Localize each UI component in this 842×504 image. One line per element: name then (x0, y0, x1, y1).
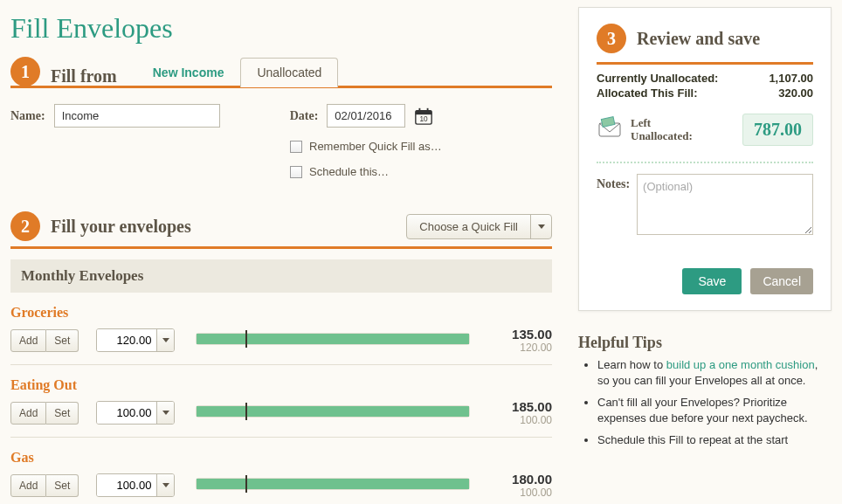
envelope-balance: 185.00 (491, 399, 552, 414)
step-2-badge: 2 (10, 211, 40, 241)
review-panel: 3 Review and save Currently Unallocated:… (578, 7, 832, 311)
notes-label: Notes: (597, 174, 630, 235)
envelope-icon (597, 116, 623, 144)
envelope-row: Gas Add Set 180.00 100.00 (10, 450, 552, 499)
set-button[interactable]: Set (46, 402, 79, 425)
amount-input[interactable] (97, 329, 156, 351)
add-button[interactable]: Add (10, 474, 46, 497)
set-button[interactable]: Set (46, 474, 79, 497)
left-unallocated-label-1: Left (631, 117, 693, 129)
envelope-bar (196, 333, 470, 349)
fill-from-tabs: New Income Unallocated (136, 57, 339, 86)
add-button[interactable]: Add (10, 329, 46, 352)
add-button[interactable]: Add (10, 402, 46, 425)
step-2-title: Fill your envelopes (51, 217, 191, 237)
envelope-row: Groceries Add Set 135.00 120.00 (10, 305, 552, 365)
envelope-prev: 120.00 (491, 342, 552, 354)
amount-input[interactable] (97, 474, 156, 496)
step-3-title: Review and save (637, 29, 760, 49)
schedule-label: Schedule this… (309, 165, 389, 178)
svg-rect-1 (416, 110, 431, 114)
remember-checkbox[interactable] (290, 141, 302, 153)
currently-unallocated-label: Currently Unallocated: (597, 72, 718, 85)
quick-fill-label: Choose a Quick Fill (407, 215, 530, 238)
name-input[interactable] (54, 104, 220, 128)
envelope-bar (196, 405, 470, 421)
remember-label: Remember Quick Fill as… (309, 140, 442, 153)
notes-textarea[interactable] (637, 174, 813, 235)
helpful-tips: Helpful Tips Learn how to build up a one… (578, 334, 832, 448)
tab-new-income[interactable]: New Income (136, 58, 241, 87)
tip-link[interactable]: build up a one month cushion (666, 358, 815, 371)
name-label: Name: (10, 109, 45, 123)
currently-unallocated-value: 1,107.00 (769, 72, 813, 85)
tip-item: Can't fill all your Envelopes? Prioritiz… (597, 395, 832, 425)
schedule-checkbox[interactable] (290, 166, 302, 178)
tip-item: Learn how to build up a one month cushio… (597, 357, 832, 388)
step-1-title: Fill from (51, 66, 117, 86)
envelope-row: Eating Out Add Set 185.00 100.00 (10, 377, 552, 438)
tips-header: Helpful Tips (578, 334, 832, 352)
envelope-bar (196, 478, 470, 494)
calendar-icon[interactable]: 10 (414, 107, 433, 126)
tab-unallocated[interactable]: Unallocated (240, 58, 338, 87)
amount-dropdown[interactable] (156, 402, 174, 424)
allocated-this-fill-value: 320.00 (778, 86, 813, 100)
svg-text:10: 10 (420, 115, 429, 123)
page-title: Fill Envelopes (10, 12, 552, 45)
chevron-down-icon (530, 215, 551, 238)
amount-dropdown[interactable] (156, 329, 174, 351)
envelope-name: Groceries (10, 305, 552, 321)
tip-item: Schedule this Fill to repeat at the star… (597, 432, 832, 448)
envelope-balance: 180.00 (491, 472, 552, 487)
envelope-name: Gas (10, 450, 552, 466)
allocated-this-fill-label: Allocated This Fill: (597, 86, 698, 100)
save-button[interactable]: Save (682, 268, 742, 294)
left-unallocated-label-2: Unallocated: (631, 130, 693, 142)
monthly-envelopes-header: Monthly Envelopes (10, 259, 552, 293)
step-3-badge: 3 (597, 24, 626, 53)
date-label: Date: (290, 109, 319, 123)
left-unallocated-value: 787.00 (742, 114, 813, 146)
step-1-badge: 1 (10, 57, 40, 86)
envelope-prev: 100.00 (491, 414, 552, 426)
envelope-name: Eating Out (10, 377, 552, 393)
set-button[interactable]: Set (46, 329, 79, 352)
amount-input[interactable] (97, 402, 156, 424)
amount-dropdown[interactable] (156, 474, 174, 496)
svg-rect-3 (427, 107, 429, 112)
date-input[interactable] (327, 104, 405, 128)
envelope-prev: 100.00 (491, 487, 552, 499)
cancel-button[interactable]: Cancel (750, 268, 813, 294)
svg-rect-2 (419, 107, 421, 112)
envelope-balance: 135.00 (491, 327, 552, 342)
quick-fill-dropdown[interactable]: Choose a Quick Fill (406, 214, 552, 239)
